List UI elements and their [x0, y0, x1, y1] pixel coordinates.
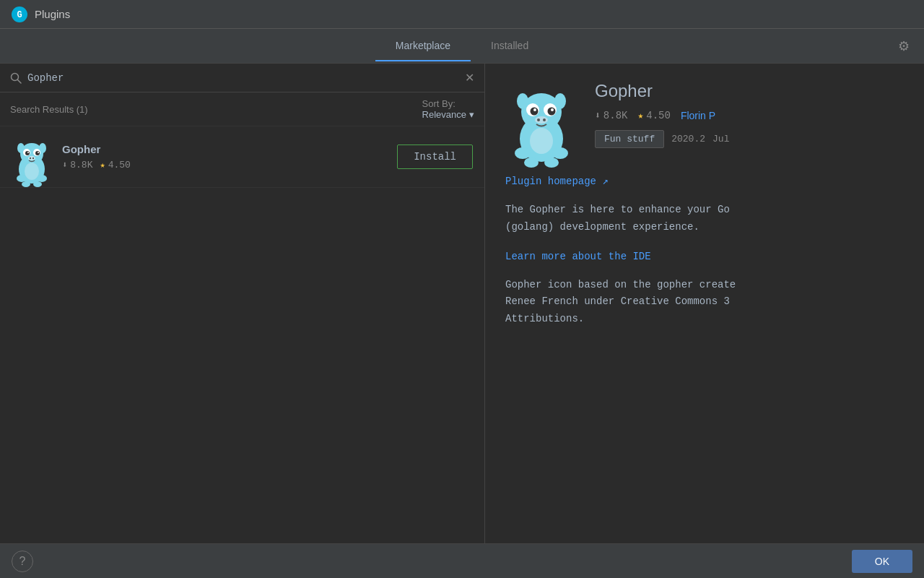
plugin-detail-stats: ⬇ 8.8K ★ 4.50 Florin P — [595, 110, 904, 121]
ok-button[interactable]: OK — [852, 550, 912, 573]
sort-by-text: Sort By: — [422, 98, 456, 109]
plugin-detail-name: Gopher — [595, 81, 904, 101]
plugin-item-stats: ⬇ 8.8K ★ 4.50 — [62, 160, 397, 171]
chevron-down-icon: ▾ — [469, 109, 474, 120]
star-icon: ★ — [100, 160, 105, 171]
right-panel: Gopher ⬇ 8.8K ★ 4.50 Florin P Fun stuff … — [485, 64, 924, 543]
svg-point-14 — [28, 156, 35, 160]
svg-point-31 — [551, 108, 554, 111]
svg-point-37 — [524, 158, 539, 168]
plugin-list: Gopher ⬇ 8.8K ★ 4.50 Install — [0, 126, 484, 543]
plugin-detail-meta: Gopher ⬇ 8.8K ★ 4.50 Florin P Fun stuff … — [595, 81, 904, 148]
svg-point-25 — [554, 93, 566, 109]
svg-point-30 — [533, 108, 536, 111]
sort-value: Relevance — [422, 109, 466, 120]
svg-point-12 — [27, 152, 29, 153]
download-icon: ⬇ — [62, 160, 67, 171]
svg-text:G: G — [17, 10, 22, 20]
author-link[interactable]: Florin P — [681, 110, 715, 121]
category-badge: Fun stuff — [595, 130, 664, 148]
tab-marketplace[interactable]: Marketplace — [375, 31, 471, 61]
main-content: ✕ Search Results (1) Sort By: Relevance … — [0, 64, 924, 543]
plugin-list-item[interactable]: Gopher ⬇ 8.8K ★ 4.50 Install — [0, 126, 484, 188]
plugin-item-info: Gopher ⬇ 8.8K ★ 4.50 — [62, 143, 397, 171]
sort-dropdown[interactable]: Relevance ▾ — [422, 109, 474, 120]
plugin-downloads: ⬇ 8.8K — [62, 160, 92, 171]
tabs-row: Marketplace Installed ⚙ — [0, 29, 924, 64]
svg-point-15 — [30, 158, 31, 159]
svg-point-20 — [33, 181, 42, 187]
svg-point-17 — [17, 175, 27, 182]
svg-point-13 — [38, 152, 39, 153]
version-label: 2020.2 — [671, 134, 705, 144]
svg-point-24 — [517, 93, 528, 109]
svg-point-11 — [35, 151, 40, 155]
detail-star-icon: ★ — [637, 110, 643, 121]
svg-point-10 — [25, 151, 30, 155]
svg-point-19 — [22, 181, 30, 187]
app-title: Plugins — [35, 8, 70, 20]
svg-line-3 — [18, 79, 22, 83]
title-bar: G Plugins — [0, 0, 924, 29]
help-icon: ? — [19, 555, 26, 568]
svg-point-34 — [543, 118, 546, 121]
settings-gear-button[interactable]: ⚙ — [898, 38, 910, 54]
search-icon — [10, 72, 22, 84]
detail-download-icon: ⬇ — [595, 110, 601, 121]
plugin-item-icon — [12, 137, 52, 177]
help-button[interactable]: ? — [12, 551, 33, 572]
learn-more-link[interactable]: Learn more about the IDE — [505, 251, 904, 262]
detail-rating: ★ 4.50 — [637, 110, 670, 121]
svg-point-36 — [552, 147, 568, 159]
plugin-description: The Gopher is here to enhance your Go(go… — [505, 202, 904, 236]
plugin-credit: Gopher icon based on the gopher createRe… — [505, 277, 904, 328]
plugin-detail-logo — [505, 81, 578, 160]
svg-point-38 — [544, 158, 559, 168]
tab-installed[interactable]: Installed — [471, 31, 549, 61]
plugin-rating: ★ 4.50 — [100, 160, 130, 171]
sort-bar: Search Results (1) Sort By: Relevance ▾ — [0, 92, 484, 126]
date-label: Jul — [712, 134, 729, 144]
close-icon: ✕ — [465, 72, 474, 84]
plugin-homepage-link[interactable]: Plugin homepage ↗ — [505, 175, 904, 187]
plugin-detail-tags: Fun stuff 2020.2 Jul — [595, 130, 904, 148]
plugin-item-name: Gopher — [62, 143, 397, 155]
svg-point-32 — [535, 116, 548, 124]
gear-icon: ⚙ — [898, 39, 910, 53]
search-input[interactable] — [27, 72, 465, 84]
svg-point-35 — [515, 147, 531, 159]
app-logo: G — [12, 7, 27, 22]
search-results-label: Search Results (1) — [10, 104, 88, 115]
svg-point-33 — [537, 118, 540, 121]
svg-point-16 — [32, 158, 34, 159]
tabs-container: Marketplace Installed — [375, 31, 549, 61]
search-bar: ✕ — [0, 64, 484, 92]
bottom-bar: ? OK — [0, 543, 924, 578]
svg-point-28 — [531, 108, 539, 116]
search-clear-button[interactable]: ✕ — [465, 71, 474, 85]
svg-point-18 — [37, 175, 47, 182]
install-button[interactable]: Install — [397, 144, 473, 169]
detail-downloads: ⬇ 8.8K — [595, 110, 627, 121]
plugin-detail-header: Gopher ⬇ 8.8K ★ 4.50 Florin P Fun stuff … — [505, 81, 904, 160]
svg-point-21 — [25, 163, 39, 180]
svg-point-39 — [530, 128, 553, 154]
left-panel: ✕ Search Results (1) Sort By: Relevance … — [0, 64, 485, 543]
svg-point-29 — [548, 108, 556, 116]
